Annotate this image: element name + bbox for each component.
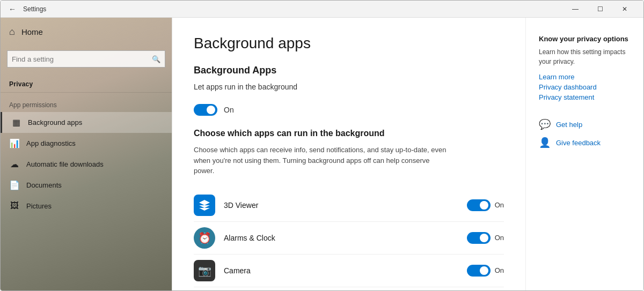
let-apps-label: Let apps run in the background [194, 83, 297, 91]
app-name-camera: Camera [224, 266, 458, 275]
app-toggle-on-alarms: On [495, 234, 504, 242]
home-icon: ⌂ [9, 26, 15, 38]
get-help-label: Get help [556, 121, 582, 129]
sidebar-item-label: Automatic file downloads [26, 160, 104, 168]
app-row-3d-viewer: 3D Viewer On [194, 189, 504, 222]
3d-viewer-icon [194, 195, 215, 216]
privacy-options-title: Know your privacy options [539, 35, 631, 43]
sidebar-item-app-diagnostics[interactable]: 📊 App diagnostics [1, 133, 172, 154]
content-area: ⌂ Home 🔍 Privacy App permissions ▦ Backg… [1, 18, 643, 290]
sidebar-item-home[interactable]: ⌂ Home [1, 18, 172, 46]
privacy-dashboard-link[interactable]: Privacy dashboard [539, 83, 631, 91]
sidebar-item-label: Background apps [28, 118, 82, 126]
get-help-row[interactable]: 💬 Get help [539, 118, 631, 130]
auto-downloads-icon: ☁ [9, 159, 20, 169]
give-feedback-icon: 👤 [539, 137, 551, 148]
sidebar-item-pictures[interactable]: 🖼 Pictures [1, 196, 172, 216]
maximize-button[interactable]: ☐ [588, 1, 612, 18]
give-feedback-row[interactable]: 👤 Give feedback [539, 137, 631, 148]
sidebar: ⌂ Home 🔍 Privacy App permissions ▦ Backg… [1, 18, 172, 290]
alarms-icon: ⏰ [194, 227, 215, 249]
documents-icon: 📄 [9, 180, 20, 190]
app-toggle-on-camera: On [495, 266, 504, 274]
sidebar-item-background-apps[interactable]: ▦ Background apps [1, 112, 172, 133]
back-button[interactable]: ← [7, 4, 18, 14]
background-apps-icon: ▦ [11, 117, 21, 128]
app-permissions-label: App permissions [1, 95, 172, 112]
sidebar-item-label: Pictures [26, 202, 52, 210]
get-help-icon: 💬 [539, 118, 551, 130]
close-button[interactable]: ✕ [612, 1, 637, 18]
search-icon: 🔍 [152, 55, 160, 63]
window-controls: — ☐ ✕ [563, 1, 637, 18]
titlebar: ← Settings — ☐ ✕ [1, 1, 643, 18]
camera-icon-box: 📷 [194, 260, 215, 281]
help-section: 💬 Get help 👤 Give feedback [539, 118, 631, 148]
app-toggle-3d-viewer[interactable] [467, 199, 491, 211]
home-label: Home [21, 27, 43, 36]
sidebar-item-label: Documents [26, 181, 62, 189]
background-apps-section-title: Background Apps [194, 65, 504, 76]
app-row-camera: 📷 Camera On [194, 255, 504, 287]
app-toggle-on-3d: On [495, 201, 504, 209]
choose-desc: Choose which apps can receive info, send… [194, 145, 451, 176]
background-apps-toggle[interactable] [194, 104, 217, 116]
sidebar-item-automatic-file-downloads[interactable]: ☁ Automatic file downloads [1, 154, 172, 175]
learn-more-link[interactable]: Learn more [539, 73, 631, 81]
app-toggle-row-3d: On [467, 199, 504, 211]
privacy-section-label: Privacy [1, 76, 172, 90]
app-toggle-alarms[interactable] [467, 232, 491, 244]
window-title: Settings [23, 5, 46, 13]
search-input[interactable] [12, 55, 152, 63]
privacy-options-desc: Learn how this setting impacts your priv… [539, 47, 631, 66]
right-panel: Know your privacy options Learn how this… [525, 18, 643, 290]
main-toggle-row: On [194, 104, 504, 116]
app-row-alarms: ⏰ Alarms & Clock On [194, 222, 504, 255]
sidebar-divider [1, 92, 172, 93]
sidebar-item-documents[interactable]: 📄 Documents [1, 175, 172, 196]
sidebar-item-label: App diagnostics [26, 139, 76, 147]
app-toggle-row-alarms: On [467, 232, 504, 244]
main-content: Background apps Background Apps Let apps… [172, 18, 525, 290]
app-diagnostics-icon: 📊 [9, 138, 20, 148]
pictures-icon: 🖼 [9, 201, 20, 211]
choose-section-title: Choose which apps can run in the backgro… [194, 129, 504, 138]
search-box[interactable]: 🔍 [7, 50, 165, 68]
privacy-statement-link[interactable]: Privacy statement [539, 93, 631, 101]
toggle-on-label: On [224, 106, 234, 114]
minimize-button[interactable]: — [563, 1, 588, 18]
app-name-3d-viewer: 3D Viewer [224, 201, 458, 210]
app-toggle-camera[interactable] [467, 265, 491, 277]
let-apps-toggle-row: Let apps run in the background [194, 83, 504, 91]
app-name-alarms: Alarms & Clock [224, 234, 458, 242]
settings-window: ← Settings — ☐ ✕ ⌂ Home 🔍 Privacy App [0, 0, 644, 291]
give-feedback-label: Give feedback [556, 139, 601, 147]
app-toggle-row-camera: On [467, 265, 504, 277]
page-title: Background apps [194, 35, 504, 52]
